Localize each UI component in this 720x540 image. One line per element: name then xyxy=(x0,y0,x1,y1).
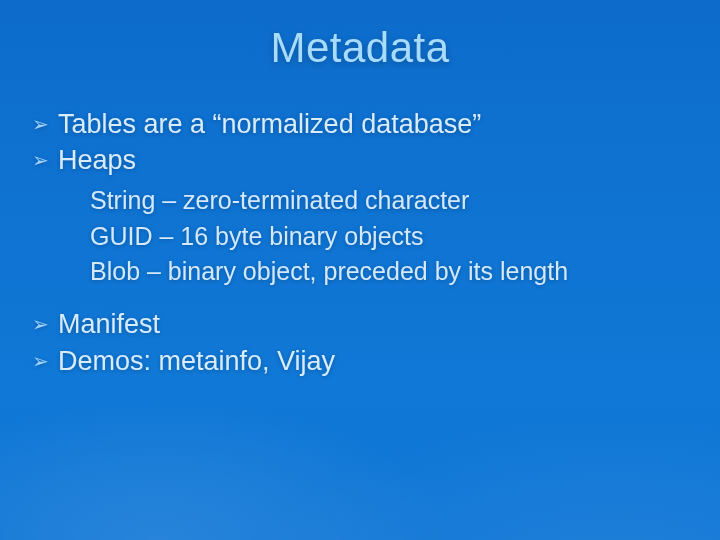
bullet-heaps: ➢ Heaps xyxy=(32,142,688,178)
slide-title: Metadata xyxy=(0,0,720,72)
bullet-manifest: ➢ Manifest xyxy=(32,306,688,342)
sub-item-blob: Blob – binary object, preceded by its le… xyxy=(90,254,688,290)
sub-item-guid: GUID – 16 byte binary objects xyxy=(90,219,688,255)
bullet-text: Demos: metainfo, Vijay xyxy=(58,343,688,379)
bullet-text: Manifest xyxy=(58,306,688,342)
chevron-right-icon: ➢ xyxy=(32,106,58,142)
slide-body: ➢ Tables are a “normalized database” ➢ H… xyxy=(0,72,720,379)
sub-item-string: String – zero-terminated character xyxy=(90,183,688,219)
bullet-tables: ➢ Tables are a “normalized database” xyxy=(32,106,688,142)
chevron-right-icon: ➢ xyxy=(32,306,58,342)
bullet-text: Tables are a “normalized database” xyxy=(58,106,688,142)
chevron-right-icon: ➢ xyxy=(32,343,58,379)
chevron-right-icon: ➢ xyxy=(32,142,58,178)
bullet-text: Heaps xyxy=(58,142,688,178)
heaps-sublist: String – zero-terminated character GUID … xyxy=(32,179,688,300)
bullet-demos: ➢ Demos: metainfo, Vijay xyxy=(32,343,688,379)
